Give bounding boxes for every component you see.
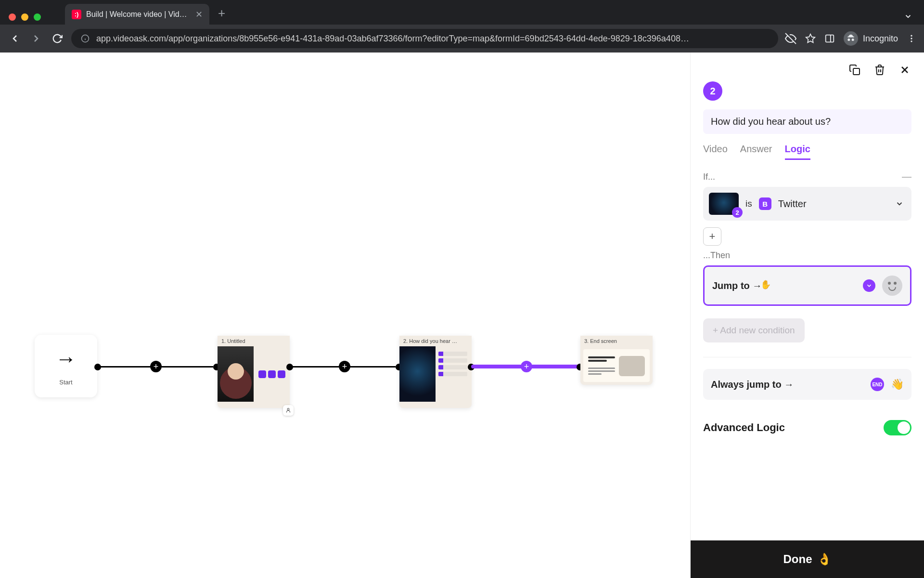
incognito-icon — [844, 31, 858, 46]
always-jump-row[interactable]: Always jump to → END 👋 — [703, 369, 911, 400]
step-node-1[interactable]: 1. Untitled — [218, 336, 290, 408]
condition-row[interactable]: 2 is B Twitter — [703, 187, 911, 221]
back-button[interactable] — [8, 31, 22, 46]
placeholder-face-icon — [882, 276, 902, 296]
canvas-area[interactable]: → Start + 1. Untitled — [0, 53, 690, 578]
add-step-button[interactable]: + — [521, 361, 532, 372]
delete-button[interactable] — [873, 63, 886, 77]
then-label: ...Then — [703, 250, 911, 261]
question-text: How did you hear about us? — [703, 109, 911, 134]
sidebar-toolbar — [691, 53, 924, 81]
window-close-icon[interactable] — [9, 13, 16, 21]
bookmark-star-icon[interactable] — [805, 33, 816, 44]
tab-strip: :) Build | Welcome video | VideoA… ✕ + — [0, 0, 924, 25]
panel-icon[interactable] — [824, 33, 835, 44]
advanced-logic-row: Advanced Logic — [703, 417, 911, 447]
tab-video[interactable]: Video — [703, 144, 728, 160]
svg-point-7 — [911, 35, 912, 37]
address-bar: app.videoask.com/app/organizations/8b955… — [0, 25, 924, 53]
sidebar-tabs: Video Answer Logic — [703, 144, 911, 160]
duplicate-button[interactable] — [848, 63, 861, 77]
svg-point-10 — [287, 408, 289, 410]
end-cta-preview — [619, 356, 645, 376]
svg-marker-4 — [806, 34, 815, 42]
add-subcondition-button[interactable]: + — [703, 227, 721, 246]
add-condition-button: + Add new condition — [703, 318, 805, 342]
step-title: 1. Untitled — [218, 336, 290, 346]
end-badge: END — [871, 378, 884, 391]
video-thumb-icon — [399, 346, 436, 402]
app-root: → Start + 1. Untitled — [0, 53, 924, 578]
tab-close-icon[interactable]: ✕ — [195, 9, 203, 20]
jump-to-label: Jump to → — [712, 280, 856, 291]
divider — [703, 357, 911, 357]
new-tab-button[interactable]: + — [218, 6, 225, 21]
step-answers-preview — [254, 346, 290, 402]
condition-step-thumb: 2 — [709, 193, 739, 215]
window-maximize-icon[interactable] — [34, 13, 41, 21]
incognito-label: Incognito — [863, 34, 898, 44]
start-label: Start — [59, 379, 72, 386]
wave-icon: 👋 — [891, 378, 904, 391]
done-button[interactable]: Done 👌 — [691, 540, 924, 578]
svg-point-9 — [911, 40, 912, 42]
tab-title: Build | Welcome video | VideoA… — [86, 10, 191, 19]
end-node[interactable]: 3. End screen — [580, 336, 653, 385]
step-node-2[interactable]: 2. How did you hear … — [399, 336, 472, 408]
then-text: ...Then — [703, 250, 730, 261]
start-node[interactable]: → Start — [35, 335, 97, 397]
chevron-down-icon[interactable] — [863, 279, 875, 292]
contact-form-badge-icon — [283, 405, 294, 416]
step-title: 2. How did you hear … — [399, 336, 472, 346]
logic-sidebar: 2 How did you hear about us? Video Answe… — [690, 53, 924, 578]
site-info-icon[interactable] — [81, 34, 90, 43]
svg-rect-5 — [826, 35, 834, 42]
if-text: If... — [703, 172, 715, 182]
condition-step-badge: 2 — [732, 207, 743, 218]
reload-button[interactable] — [50, 31, 64, 46]
condition-operator: is — [745, 198, 752, 209]
chevron-down-icon[interactable] — [895, 199, 904, 208]
add-step-button[interactable]: + — [150, 361, 162, 372]
tab-answer[interactable]: Answer — [740, 144, 772, 160]
browser-chrome: :) Build | Welcome video | VideoA… ✕ + a… — [0, 0, 924, 53]
favicon-icon: :) — [72, 10, 81, 19]
svg-point-8 — [911, 38, 912, 39]
forward-button — [29, 31, 43, 46]
collapse-icon[interactable] — [902, 177, 911, 178]
url-input[interactable]: app.videoask.com/app/organizations/8b955… — [71, 29, 778, 48]
step-number-badge: 2 — [703, 81, 722, 101]
if-label: If... — [703, 172, 911, 182]
url-text: app.videoask.com/app/organizations/8b955… — [96, 34, 769, 44]
advanced-logic-toggle[interactable] — [884, 420, 911, 435]
ok-hand-icon: 👌 — [817, 552, 832, 566]
window-controls — [9, 13, 41, 21]
menu-kebab-icon[interactable] — [907, 34, 916, 43]
choice-list-preview — [436, 346, 467, 402]
browser-tab[interactable]: :) Build | Welcome video | VideoA… ✕ — [65, 4, 209, 25]
window-minimize-icon[interactable] — [21, 13, 28, 21]
advanced-logic-label: Advanced Logic — [703, 421, 785, 434]
tabs-dropdown-icon[interactable] — [904, 12, 912, 21]
svg-rect-11 — [853, 68, 860, 75]
choice-value: Twitter — [778, 198, 888, 210]
jump-to-selector[interactable]: Jump to → ✋ — [703, 265, 911, 306]
eye-off-icon[interactable] — [785, 33, 796, 44]
flow-canvas[interactable]: → Start + 1. Untitled — [0, 53, 690, 578]
incognito-indicator[interactable]: Incognito — [844, 31, 898, 46]
choice-letter-badge: B — [759, 197, 771, 210]
add-step-button[interactable]: + — [339, 361, 350, 372]
close-button[interactable] — [898, 63, 911, 77]
arrow-right-icon: → — [55, 347, 77, 371]
done-label: Done — [783, 552, 812, 566]
video-thumb-icon — [218, 346, 254, 402]
tab-logic[interactable]: Logic — [785, 144, 810, 160]
always-jump-label: Always jump to → — [711, 379, 864, 390]
step-title: 3. End screen — [580, 336, 653, 346]
